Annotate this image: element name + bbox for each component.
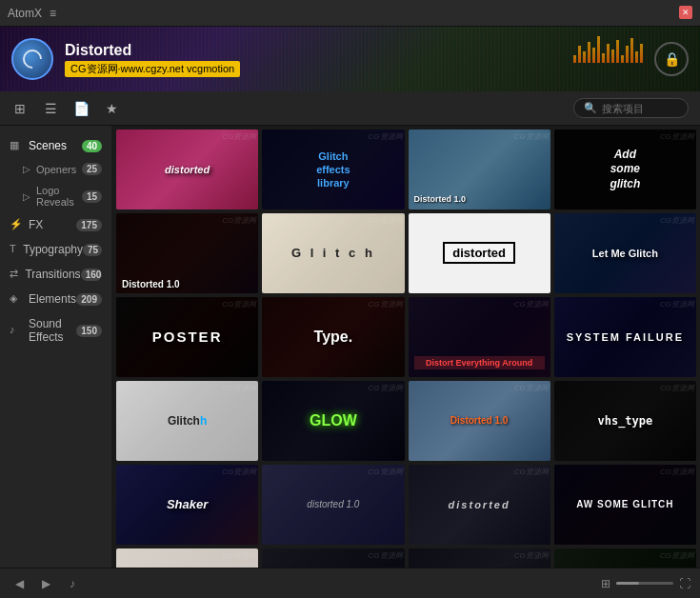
- close-button[interactable]: ✕: [679, 6, 692, 19]
- sidebar-item-typography[interactable]: T Typography 75: [0, 237, 111, 262]
- sidebar-item-transitions[interactable]: ⇄ Transitions 160: [0, 262, 111, 287]
- thumbnail-thumb: CG资源网: [554, 548, 696, 568]
- elements-label: Elements: [29, 292, 76, 306]
- grid-item-8[interactable]: CG资源网 Let Me Glitch: [554, 213, 696, 293]
- grid-item-10[interactable]: CG资源网 Type.: [262, 297, 404, 377]
- logo: [11, 38, 53, 80]
- header-banner: Distorted CG资源网·www.cgzy.net vcgmotion 🔒: [0, 27, 700, 91]
- star-icon[interactable]: ★: [103, 100, 120, 117]
- grid-item-18[interactable]: CG资源网 distorted 1.0: [262, 465, 404, 545]
- scenes-badge: 40: [82, 140, 102, 152]
- list-icon[interactable]: ☰: [42, 100, 59, 117]
- bottom-right-controls: ⊞ ⛶: [601, 577, 690, 590]
- sidebar-item-fx[interactable]: ⚡ FX 175: [0, 212, 111, 237]
- openers-label: Openers: [36, 164, 82, 175]
- filter-icon[interactable]: ⊞: [11, 100, 29, 117]
- typography-icon: T: [10, 243, 17, 256]
- grid-item-7[interactable]: CG资源网 distorted: [409, 213, 550, 293]
- thumbnail-thumb: CG资源网 Distorted 1.0: [409, 381, 550, 461]
- prev-button[interactable]: ◀: [10, 574, 29, 593]
- grid-item-24[interactable]: CG资源网: [554, 548, 696, 568]
- grid-item-6[interactable]: CG资源网 G l i t c h: [262, 213, 404, 293]
- grid-item-19[interactable]: CG资源网 distorted: [409, 465, 550, 545]
- thumbnail-thumb: CG资源网 Shaker: [116, 465, 258, 545]
- thumbnail-thumb: CG资源网 distorted: [409, 213, 550, 293]
- fx-badge: 175: [76, 219, 102, 231]
- app-name: AtomX: [8, 7, 42, 20]
- logo-reveals-badge: 15: [82, 190, 102, 203]
- grid-item-13[interactable]: CG资源网 Glitchh: [116, 381, 258, 461]
- grid-item-9[interactable]: CG资源网 POSTER: [116, 297, 258, 377]
- grid-item-22[interactable]: CG资源网: [262, 548, 404, 568]
- thumbnail-thumb: CG资源网 Distort Everything Around: [409, 297, 550, 377]
- bottom-bar: ◀ ▶ ♪ ⊞ ⛶: [0, 568, 700, 598]
- grid-item-12[interactable]: CG资源网 SYSTEM FAILURE: [554, 297, 696, 377]
- fx-label: FX: [29, 218, 76, 231]
- sidebar-item-scenes[interactable]: ▦ Scenes 40: [0, 133, 111, 158]
- logo-reveals-label: Logo Reveals: [36, 185, 82, 208]
- menu-icon[interactable]: ≡: [50, 7, 56, 20]
- sound-effects-badge: 150: [76, 325, 102, 337]
- openers-badge: 25: [82, 163, 102, 175]
- thumbnail-thumb: CG资源网 distorted 1.0: [262, 465, 404, 545]
- thumbnail-thumb: CG资源网 Glitchh: [116, 381, 258, 461]
- thumbnail-thumb: CG资源网 Glitcheffectslibrary: [262, 130, 404, 209]
- thumbnail-thumb: CG资源网: [262, 548, 404, 568]
- fullscreen-icon[interactable]: ⛶: [679, 577, 690, 590]
- thumbnail-thumb: CG资源网 GLOW: [262, 381, 404, 461]
- grid-item-15[interactable]: CG资源网 Distorted 1.0: [409, 381, 550, 461]
- transitions-label: Transitions: [25, 268, 80, 281]
- scenes-icon: ▦: [10, 139, 23, 152]
- grid-item-16[interactable]: CG资源网 vhs_type: [554, 381, 696, 461]
- sidebar-item-logo-reveals[interactable]: ▷ Logo Reveals 15: [0, 180, 111, 212]
- grid-item-4[interactable]: CG资源网 Addsomeglitch: [554, 130, 696, 209]
- header-text: Distorted CG资源网·www.cgzy.net vcgmotion: [65, 42, 240, 77]
- sound-effects-icon: ♪: [10, 324, 23, 337]
- grid-item-14[interactable]: CG资源网 GLOW: [262, 381, 404, 461]
- content-area: CG资源网 distorted CG资源网 Glitcheffectslibra…: [112, 126, 700, 568]
- thumbnail-thumb: CG资源网 AW SOME GLITCH: [554, 465, 696, 545]
- grid-item-23[interactable]: CG资源网: [409, 548, 550, 568]
- typography-badge: 75: [83, 244, 102, 256]
- fx-icon: ⚡: [10, 218, 23, 231]
- typography-label: Typography: [23, 243, 83, 256]
- header-title: Distorted: [65, 42, 240, 59]
- search-input[interactable]: [602, 103, 678, 114]
- sidebar-item-elements[interactable]: ◈ Elements 209: [0, 287, 111, 311]
- toolbar: ⊞ ☰ 📄 ★ 🔍: [0, 91, 700, 126]
- sidebar-item-sound-effects[interactable]: ♪ Sound Effects 150: [0, 311, 111, 349]
- grid-small-icon[interactable]: ⊞: [601, 577, 610, 590]
- scenes-label: Scenes: [29, 139, 82, 152]
- search-box[interactable]: 🔍: [573, 98, 689, 118]
- sidebar-item-openers[interactable]: ▷ Openers 25: [0, 158, 111, 180]
- openers-icon: ▷: [23, 164, 30, 174]
- grid-item-20[interactable]: CG资源网 AW SOME GLITCH: [554, 465, 696, 545]
- grid-item-1[interactable]: CG资源网 distorted: [116, 130, 258, 209]
- grid-item-5[interactable]: CG资源网 Distorted 1.0: [116, 213, 258, 293]
- thumbnail-thumb: CG资源网 Distorted 1.0: [116, 213, 258, 293]
- thumbnail-thumb: CG资源网 Let Me Glitch: [554, 213, 696, 293]
- transitions-badge: 160: [81, 269, 102, 281]
- volume-slider[interactable]: [616, 582, 673, 585]
- search-icon: 🔍: [584, 102, 597, 114]
- thumbnail-thumb: CG资源网 distorted: [116, 130, 258, 209]
- transitions-icon: ⇄: [10, 268, 19, 281]
- elements-badge: 209: [76, 293, 102, 306]
- sound-effects-label: Sound Effects: [29, 317, 76, 344]
- thumbnail-thumb: CG资源网 Type.: [262, 297, 404, 377]
- file-icon[interactable]: 📄: [72, 100, 90, 117]
- volume-fill: [616, 582, 639, 585]
- grid-item-3[interactable]: CG资源网 Distorted 1.0: [409, 130, 550, 209]
- grid-item-17[interactable]: CG资源网 Shaker: [116, 465, 258, 545]
- grid-item-11[interactable]: CG资源网 Distort Everything Around: [409, 297, 550, 377]
- eq-decoration: [573, 34, 643, 63]
- grid-item-2[interactable]: CG资源网 Glitcheffectslibrary: [262, 130, 404, 209]
- logo-reveals-icon: ▷: [23, 191, 30, 202]
- header-subtitle: CG资源网·www.cgzy.net vcgmotion: [65, 61, 240, 77]
- lock-icon[interactable]: 🔒: [654, 42, 689, 76]
- play-button[interactable]: ▶: [36, 574, 55, 593]
- thumbnail-thumb: CG资源网 SYSTEM FAILURE: [554, 297, 696, 377]
- music-button[interactable]: ♪: [63, 574, 82, 593]
- thumbnail-thumb: CG资源网 vhs_type: [554, 381, 696, 461]
- grid-item-21[interactable]: CG资源网: [116, 548, 258, 568]
